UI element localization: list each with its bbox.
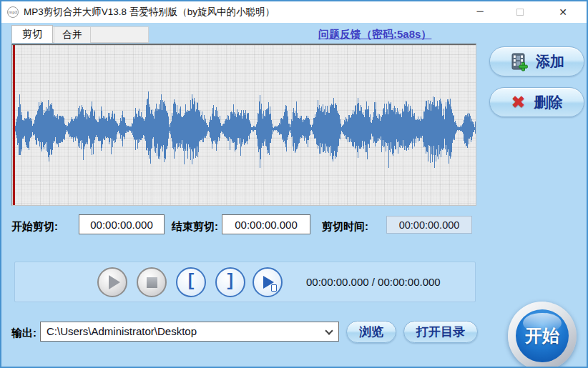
title-bar: mp3 MP3剪切合并大师V13.8 吾爱特别版（by旋风中的小聪明） ─ ✕	[1, 1, 587, 23]
stop-button[interactable]	[137, 267, 167, 297]
clip-doc-icon	[271, 284, 277, 292]
playback-time-display: 00:00:00.000 / 00:00:00.000	[306, 262, 441, 302]
close-bracket-icon: ]	[225, 272, 235, 291]
end-cut-input[interactable]	[222, 214, 310, 234]
open-bracket-icon: [	[186, 272, 196, 291]
play-icon	[109, 275, 120, 289]
end-cut-label: 结束剪切:	[172, 220, 218, 234]
feedback-link[interactable]: 问题反馈（密码:5a8s）	[318, 28, 431, 41]
output-path-combobox[interactable]: C:\Users\Administrator\Desktop	[40, 322, 339, 342]
delete-x-icon: ✖	[511, 94, 525, 111]
playback-panel: [ ] 00:00:00.000 / 00:00:00.000	[14, 262, 476, 302]
add-file-button[interactable]: 添加	[489, 46, 584, 76]
maximize-icon	[516, 9, 524, 16]
cut-duration-value: 00:00:00.000	[386, 216, 472, 234]
waveform-path	[16, 91, 476, 168]
start-cut-label: 开始剪切:	[11, 220, 58, 234]
output-path-value: C:\Users\Administrator\Desktop	[46, 322, 197, 341]
delete-file-button[interactable]: ✖ 删除	[489, 87, 584, 117]
mark-end-button[interactable]: ]	[215, 267, 245, 297]
waveform-display[interactable]	[11, 44, 476, 206]
stop-icon	[147, 277, 157, 288]
mark-start-button[interactable]: [	[176, 267, 206, 297]
tab-merge[interactable]: 合并	[54, 26, 91, 43]
close-button[interactable]: ✕	[547, 1, 579, 23]
output-label: 输出:	[11, 327, 36, 340]
cut-duration-label: 剪切时间:	[322, 220, 368, 234]
app-window: mp3 MP3剪切合并大师V13.8 吾爱特别版（by旋风中的小聪明） ─ ✕ …	[0, 0, 588, 368]
play-button[interactable]	[97, 267, 127, 297]
open-directory-button[interactable]: 打开目录	[403, 321, 478, 343]
tab-cut[interactable]: 剪切	[11, 25, 53, 43]
app-logo-icon: mp3	[7, 6, 19, 18]
delete-button-label: 删除	[534, 93, 563, 112]
chevron-down-icon[interactable]	[325, 327, 333, 334]
browse-button[interactable]: 浏览	[346, 321, 396, 343]
start-cut-input[interactable]	[79, 214, 165, 234]
minimize-button[interactable]: ─	[464, 1, 496, 23]
maximize-button	[504, 1, 536, 23]
add-button-label: 添加	[536, 52, 564, 71]
start-button-face: 开始	[516, 309, 569, 362]
preview-cut-button[interactable]	[253, 267, 283, 297]
film-add-icon	[509, 52, 529, 71]
window-title: MP3剪切合并大师V13.8 吾爱特别版（by旋风中的小聪明）	[24, 1, 275, 23]
minimize-icon: ─	[476, 6, 483, 16]
app-logo-text: mp3	[9, 10, 17, 14]
waveform-graphic	[15, 45, 476, 205]
start-button[interactable]: 开始	[508, 302, 577, 368]
start-button-label: 开始	[525, 324, 559, 347]
close-icon: ✕	[559, 6, 567, 18]
